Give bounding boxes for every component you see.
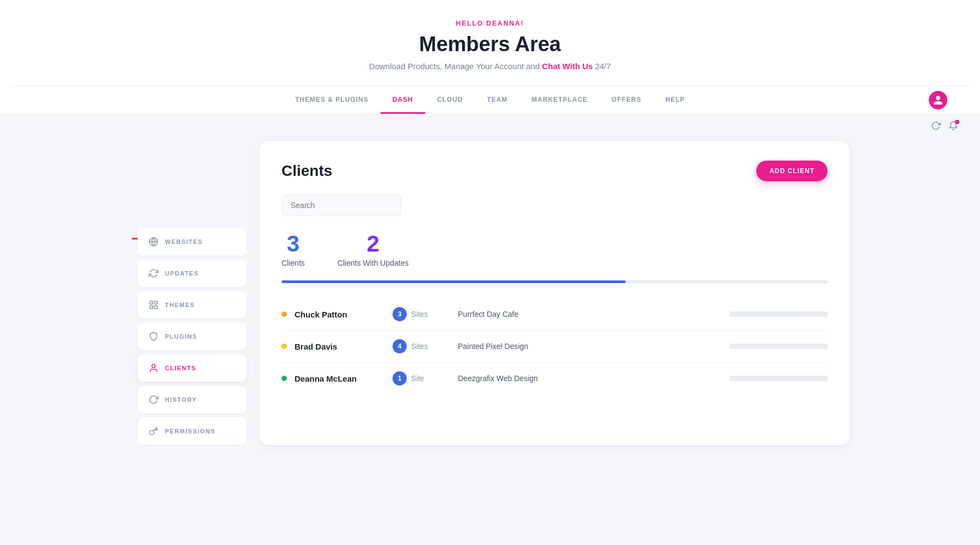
main-layout: ➜ WEBSITES UPDATES xyxy=(109,141,871,467)
subtitle: Download Products, Manage Your Account a… xyxy=(11,62,969,71)
nav-items: THEMES & PLUGINS DASH CLOUD TEAM MARKETP… xyxy=(283,87,697,113)
sidebar-item-permissions[interactable]: PERMISSIONS xyxy=(138,418,247,445)
table-row[interactable]: Chuck Patton 3 Sites Purrfect Day Cafe xyxy=(281,298,828,330)
sites-label: Site xyxy=(411,374,424,383)
header: HELLO DEANNA! Members Area Download Prod… xyxy=(0,0,980,113)
sidebar-item-clients[interactable]: CLIENTS xyxy=(138,354,247,382)
sidebar-label-permissions: PERMISSIONS xyxy=(165,428,216,434)
content-area: Clients ADD CLIENT 3 Clients 2 Clients W… xyxy=(260,141,849,445)
client-sites: 3 Sites xyxy=(393,307,458,321)
svg-rect-2 xyxy=(150,301,152,304)
client-company: Painted Pixel Design xyxy=(458,342,730,351)
client-sites: 4 Sites xyxy=(393,339,458,353)
client-company: Deezgrafix Web Design xyxy=(458,374,730,383)
svg-rect-5 xyxy=(150,306,152,309)
nav-item-cloud[interactable]: CLOUD xyxy=(425,87,475,114)
sidebar-item-plugins[interactable]: PLUGINS xyxy=(138,323,247,350)
page-title: Members Area xyxy=(11,33,969,56)
client-company: Purrfect Day Cafe xyxy=(458,310,730,319)
nav-item-dash[interactable]: DASH xyxy=(381,87,425,114)
client-name: Chuck Patton xyxy=(295,310,393,319)
sidebar-item-themes[interactable]: THEMES xyxy=(138,291,247,319)
chat-link[interactable]: Chat With Us xyxy=(542,62,593,71)
stat-updates-label: Clients With Updates xyxy=(338,259,409,267)
nav-item-team[interactable]: TEAM xyxy=(475,87,519,114)
user-avatar[interactable] xyxy=(929,91,947,109)
sidebar-label-updates: UPDATES xyxy=(165,270,199,277)
table-row[interactable]: Deanna McLean 1 Site Deezgrafix Web Desi… xyxy=(281,363,828,394)
sites-badge: 4 xyxy=(393,339,407,353)
status-dot-yellow xyxy=(281,344,287,349)
sites-label: Sites xyxy=(411,310,428,319)
toolbar-row xyxy=(0,113,980,141)
svg-point-6 xyxy=(152,364,155,368)
sidebar-item-websites[interactable]: WEBSITES xyxy=(138,228,247,255)
nav-item-marketplace[interactable]: MARKETPLACE xyxy=(519,87,599,114)
navigation: THEMES & PLUGINS DASH CLOUD TEAM MARKETP… xyxy=(11,86,969,113)
nav-item-help[interactable]: HELP xyxy=(653,87,697,114)
sites-label: Sites xyxy=(411,342,428,351)
add-client-button[interactable]: ADD CLIENT xyxy=(756,161,828,181)
stat-clients-count: 3 xyxy=(281,232,305,255)
stat-updates-count: 2 xyxy=(338,232,409,255)
refresh-icon[interactable] xyxy=(931,121,941,133)
subtitle-text-start: Download Products, Manage Your Account a… xyxy=(369,62,542,71)
content-title: Clients xyxy=(281,162,332,180)
sites-badge: 3 xyxy=(393,307,407,321)
table-row[interactable]: Brad Davis 4 Sites Painted Pixel Design xyxy=(281,330,828,363)
search-input[interactable] xyxy=(281,194,401,216)
stat-updates: 2 Clients With Updates xyxy=(338,232,409,267)
status-dot-green xyxy=(281,376,287,381)
sidebar: WEBSITES UPDATES THEMES xyxy=(138,228,247,445)
notification-icon[interactable] xyxy=(948,121,958,133)
notification-badge xyxy=(955,120,959,124)
client-list: Chuck Patton 3 Sites Purrfect Day Cafe B… xyxy=(281,298,828,394)
stat-clients-label: Clients xyxy=(281,259,305,267)
sites-badge: 1 xyxy=(393,371,407,385)
sidebar-wrapper: ➜ WEBSITES UPDATES xyxy=(131,141,247,445)
nav-item-themes-plugins[interactable]: THEMES & PLUGINS xyxy=(283,87,381,114)
status-dot-orange xyxy=(281,311,287,317)
progress-bar-container xyxy=(281,280,828,283)
sidebar-item-history[interactable]: HISTORY xyxy=(138,386,247,413)
client-meta-bar xyxy=(730,376,828,381)
client-meta-bar xyxy=(730,344,828,349)
sidebar-label-clients: CLIENTS xyxy=(165,365,197,371)
svg-rect-3 xyxy=(155,301,157,304)
stats-row: 3 Clients 2 Clients With Updates xyxy=(281,232,828,267)
sidebar-label-themes: THEMES xyxy=(165,302,195,308)
client-name: Brad Davis xyxy=(295,342,393,351)
stat-clients: 3 Clients xyxy=(281,232,305,267)
progress-bar-fill xyxy=(281,280,626,283)
nav-item-offers[interactable]: OFFERS xyxy=(599,87,653,114)
client-sites: 1 Site xyxy=(393,371,458,385)
sidebar-label-plugins: PLUGINS xyxy=(165,333,197,340)
content-header: Clients ADD CLIENT xyxy=(281,161,828,181)
sidebar-label-history: HISTORY xyxy=(165,396,197,403)
sidebar-label-websites: WEBSITES xyxy=(165,238,203,245)
client-meta-bar xyxy=(730,311,828,317)
sidebar-item-updates[interactable]: UPDATES xyxy=(138,260,247,287)
svg-rect-4 xyxy=(155,306,157,309)
hello-greeting: HELLO DEANNA! xyxy=(11,20,969,27)
subtitle-text-end: 24/7 xyxy=(593,62,611,71)
client-name: Deanna McLean xyxy=(295,374,393,383)
